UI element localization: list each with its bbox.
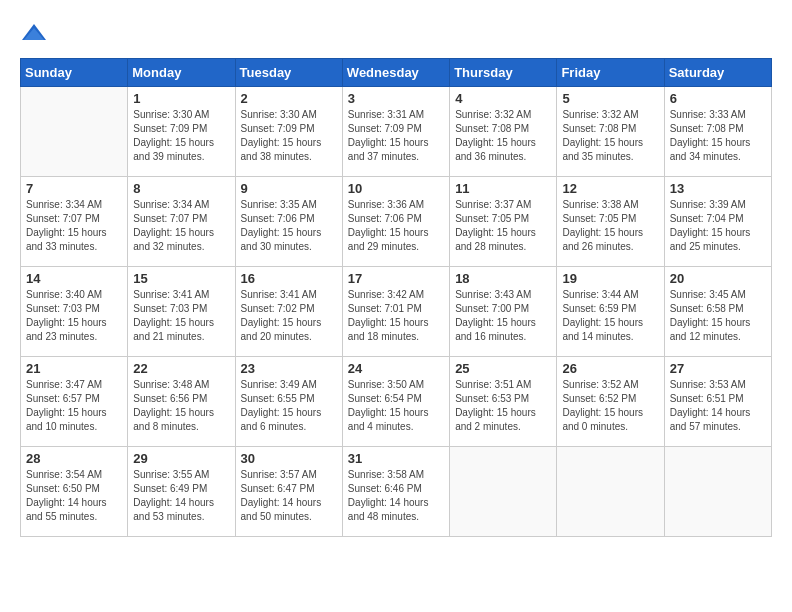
calendar-header-saturday: Saturday	[664, 59, 771, 87]
day-number: 30	[241, 451, 337, 466]
calendar-cell: 24Sunrise: 3:50 AM Sunset: 6:54 PM Dayli…	[342, 357, 449, 447]
calendar-cell: 6Sunrise: 3:33 AM Sunset: 7:08 PM Daylig…	[664, 87, 771, 177]
day-number: 15	[133, 271, 229, 286]
day-number: 26	[562, 361, 658, 376]
day-number: 2	[241, 91, 337, 106]
cell-info: Sunrise: 3:45 AM Sunset: 6:58 PM Dayligh…	[670, 288, 766, 344]
day-number: 4	[455, 91, 551, 106]
day-number: 27	[670, 361, 766, 376]
calendar-cell: 25Sunrise: 3:51 AM Sunset: 6:53 PM Dayli…	[450, 357, 557, 447]
calendar-cell: 19Sunrise: 3:44 AM Sunset: 6:59 PM Dayli…	[557, 267, 664, 357]
cell-info: Sunrise: 3:31 AM Sunset: 7:09 PM Dayligh…	[348, 108, 444, 164]
cell-info: Sunrise: 3:58 AM Sunset: 6:46 PM Dayligh…	[348, 468, 444, 524]
calendar-header-row: SundayMondayTuesdayWednesdayThursdayFrid…	[21, 59, 772, 87]
calendar-cell: 18Sunrise: 3:43 AM Sunset: 7:00 PM Dayli…	[450, 267, 557, 357]
calendar-cell: 9Sunrise: 3:35 AM Sunset: 7:06 PM Daylig…	[235, 177, 342, 267]
calendar-table: SundayMondayTuesdayWednesdayThursdayFrid…	[20, 58, 772, 537]
page-header	[20, 20, 772, 48]
cell-info: Sunrise: 3:42 AM Sunset: 7:01 PM Dayligh…	[348, 288, 444, 344]
day-number: 8	[133, 181, 229, 196]
calendar-cell: 2Sunrise: 3:30 AM Sunset: 7:09 PM Daylig…	[235, 87, 342, 177]
calendar-cell: 10Sunrise: 3:36 AM Sunset: 7:06 PM Dayli…	[342, 177, 449, 267]
calendar-cell: 4Sunrise: 3:32 AM Sunset: 7:08 PM Daylig…	[450, 87, 557, 177]
cell-info: Sunrise: 3:48 AM Sunset: 6:56 PM Dayligh…	[133, 378, 229, 434]
calendar-cell: 31Sunrise: 3:58 AM Sunset: 6:46 PM Dayli…	[342, 447, 449, 537]
cell-info: Sunrise: 3:35 AM Sunset: 7:06 PM Dayligh…	[241, 198, 337, 254]
calendar-cell	[450, 447, 557, 537]
calendar-cell: 15Sunrise: 3:41 AM Sunset: 7:03 PM Dayli…	[128, 267, 235, 357]
calendar-cell: 8Sunrise: 3:34 AM Sunset: 7:07 PM Daylig…	[128, 177, 235, 267]
day-number: 17	[348, 271, 444, 286]
calendar-week-row: 7Sunrise: 3:34 AM Sunset: 7:07 PM Daylig…	[21, 177, 772, 267]
cell-info: Sunrise: 3:53 AM Sunset: 6:51 PM Dayligh…	[670, 378, 766, 434]
cell-info: Sunrise: 3:50 AM Sunset: 6:54 PM Dayligh…	[348, 378, 444, 434]
calendar-cell: 12Sunrise: 3:38 AM Sunset: 7:05 PM Dayli…	[557, 177, 664, 267]
calendar-cell: 16Sunrise: 3:41 AM Sunset: 7:02 PM Dayli…	[235, 267, 342, 357]
cell-info: Sunrise: 3:34 AM Sunset: 7:07 PM Dayligh…	[26, 198, 122, 254]
calendar-header-sunday: Sunday	[21, 59, 128, 87]
cell-info: Sunrise: 3:32 AM Sunset: 7:08 PM Dayligh…	[562, 108, 658, 164]
calendar-week-row: 21Sunrise: 3:47 AM Sunset: 6:57 PM Dayli…	[21, 357, 772, 447]
day-number: 25	[455, 361, 551, 376]
logo	[20, 20, 52, 48]
day-number: 28	[26, 451, 122, 466]
calendar-cell: 7Sunrise: 3:34 AM Sunset: 7:07 PM Daylig…	[21, 177, 128, 267]
day-number: 12	[562, 181, 658, 196]
cell-info: Sunrise: 3:30 AM Sunset: 7:09 PM Dayligh…	[241, 108, 337, 164]
calendar-header-tuesday: Tuesday	[235, 59, 342, 87]
calendar-cell: 14Sunrise: 3:40 AM Sunset: 7:03 PM Dayli…	[21, 267, 128, 357]
calendar-week-row: 14Sunrise: 3:40 AM Sunset: 7:03 PM Dayli…	[21, 267, 772, 357]
cell-info: Sunrise: 3:44 AM Sunset: 6:59 PM Dayligh…	[562, 288, 658, 344]
calendar-cell: 26Sunrise: 3:52 AM Sunset: 6:52 PM Dayli…	[557, 357, 664, 447]
calendar-cell: 28Sunrise: 3:54 AM Sunset: 6:50 PM Dayli…	[21, 447, 128, 537]
day-number: 16	[241, 271, 337, 286]
day-number: 6	[670, 91, 766, 106]
cell-info: Sunrise: 3:47 AM Sunset: 6:57 PM Dayligh…	[26, 378, 122, 434]
calendar-cell: 5Sunrise: 3:32 AM Sunset: 7:08 PM Daylig…	[557, 87, 664, 177]
cell-info: Sunrise: 3:54 AM Sunset: 6:50 PM Dayligh…	[26, 468, 122, 524]
calendar-cell	[664, 447, 771, 537]
cell-info: Sunrise: 3:34 AM Sunset: 7:07 PM Dayligh…	[133, 198, 229, 254]
day-number: 7	[26, 181, 122, 196]
day-number: 5	[562, 91, 658, 106]
cell-info: Sunrise: 3:38 AM Sunset: 7:05 PM Dayligh…	[562, 198, 658, 254]
day-number: 22	[133, 361, 229, 376]
calendar-week-row: 1Sunrise: 3:30 AM Sunset: 7:09 PM Daylig…	[21, 87, 772, 177]
calendar-cell: 29Sunrise: 3:55 AM Sunset: 6:49 PM Dayli…	[128, 447, 235, 537]
cell-info: Sunrise: 3:52 AM Sunset: 6:52 PM Dayligh…	[562, 378, 658, 434]
cell-info: Sunrise: 3:36 AM Sunset: 7:06 PM Dayligh…	[348, 198, 444, 254]
cell-info: Sunrise: 3:37 AM Sunset: 7:05 PM Dayligh…	[455, 198, 551, 254]
cell-info: Sunrise: 3:51 AM Sunset: 6:53 PM Dayligh…	[455, 378, 551, 434]
day-number: 21	[26, 361, 122, 376]
day-number: 3	[348, 91, 444, 106]
calendar-cell: 1Sunrise: 3:30 AM Sunset: 7:09 PM Daylig…	[128, 87, 235, 177]
cell-info: Sunrise: 3:41 AM Sunset: 7:03 PM Dayligh…	[133, 288, 229, 344]
day-number: 20	[670, 271, 766, 286]
day-number: 11	[455, 181, 551, 196]
cell-info: Sunrise: 3:43 AM Sunset: 7:00 PM Dayligh…	[455, 288, 551, 344]
calendar-cell: 27Sunrise: 3:53 AM Sunset: 6:51 PM Dayli…	[664, 357, 771, 447]
calendar-cell: 22Sunrise: 3:48 AM Sunset: 6:56 PM Dayli…	[128, 357, 235, 447]
calendar-header-thursday: Thursday	[450, 59, 557, 87]
logo-icon	[20, 20, 48, 48]
calendar-cell: 13Sunrise: 3:39 AM Sunset: 7:04 PM Dayli…	[664, 177, 771, 267]
day-number: 10	[348, 181, 444, 196]
day-number: 1	[133, 91, 229, 106]
calendar-header-wednesday: Wednesday	[342, 59, 449, 87]
cell-info: Sunrise: 3:57 AM Sunset: 6:47 PM Dayligh…	[241, 468, 337, 524]
day-number: 19	[562, 271, 658, 286]
cell-info: Sunrise: 3:30 AM Sunset: 7:09 PM Dayligh…	[133, 108, 229, 164]
day-number: 29	[133, 451, 229, 466]
cell-info: Sunrise: 3:55 AM Sunset: 6:49 PM Dayligh…	[133, 468, 229, 524]
cell-info: Sunrise: 3:39 AM Sunset: 7:04 PM Dayligh…	[670, 198, 766, 254]
calendar-cell	[21, 87, 128, 177]
calendar-cell: 30Sunrise: 3:57 AM Sunset: 6:47 PM Dayli…	[235, 447, 342, 537]
cell-info: Sunrise: 3:33 AM Sunset: 7:08 PM Dayligh…	[670, 108, 766, 164]
cell-info: Sunrise: 3:49 AM Sunset: 6:55 PM Dayligh…	[241, 378, 337, 434]
calendar-week-row: 28Sunrise: 3:54 AM Sunset: 6:50 PM Dayli…	[21, 447, 772, 537]
calendar-cell: 20Sunrise: 3:45 AM Sunset: 6:58 PM Dayli…	[664, 267, 771, 357]
calendar-header-friday: Friday	[557, 59, 664, 87]
calendar-header-monday: Monday	[128, 59, 235, 87]
day-number: 18	[455, 271, 551, 286]
day-number: 13	[670, 181, 766, 196]
